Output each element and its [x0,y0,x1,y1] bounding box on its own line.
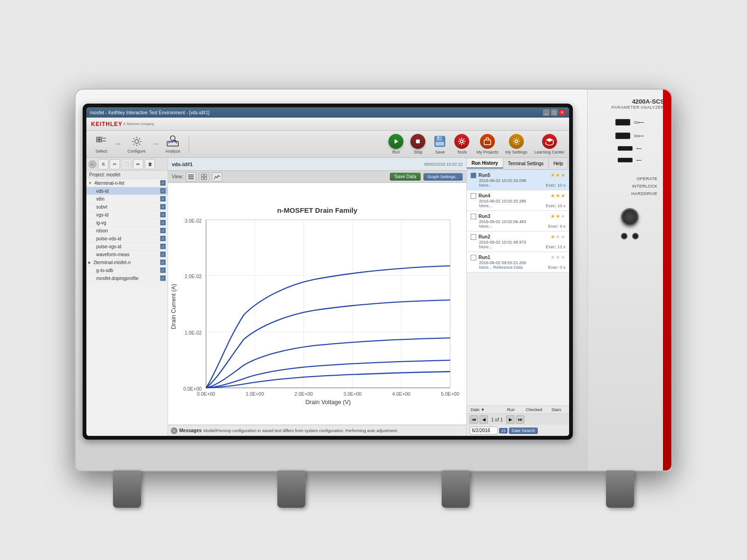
run-more[interactable]: More... [479,183,492,188]
pager-next-button[interactable]: ▶ [506,415,514,424]
graph-settings-button[interactable]: Graph Settings... [423,173,463,181]
tab-terminal-settings[interactable]: Terminal Settings [503,159,549,168]
tree-item[interactable]: rdson ✓ [86,227,168,235]
run-item[interactable]: Run3 ★★★ 2016-06-02 10:02:06.483 More...… [467,211,569,231]
run-item[interactable]: Run2 ★★★ 2016-06-02 10:01:48.973 More...… [467,231,569,252]
learningcenter-button[interactable] [542,134,557,149]
mysettings-tool-item[interactable]: My Settings [505,134,527,154]
tools-tool-item[interactable]: Tools [454,134,469,154]
audio-port-2[interactable] [632,233,639,239]
date-field[interactable] [470,427,498,434]
rename-button[interactable]: ✏ [133,159,143,169]
tree-checkbox[interactable]: ✓ [160,228,166,233]
tree-item[interactable]: ig-vg ✓ [86,219,168,227]
tree-checkbox[interactable]: ✓ [160,180,166,186]
tree-item[interactable]: subvt ✓ [86,203,168,211]
star: ★ [561,172,565,178]
minimize-button[interactable]: _ [543,109,550,116]
tree-checkbox[interactable]: ✓ [160,220,166,225]
view-chart-button[interactable] [212,172,222,182]
instrument-legs [76,470,671,508]
view-grid-button[interactable] [199,172,209,182]
left-toolbar-group: Select → Configure → [91,133,184,155]
run-more[interactable]: More... Reference Data [479,265,523,270]
tree-item[interactable]: vtlin ✓ [86,195,168,203]
copy-button[interactable]: ⎘ [98,159,108,169]
stop-tool-item[interactable]: Stop [410,134,425,154]
close-button[interactable]: ✕ [559,109,565,116]
tree-item[interactable]: vgs-id ✓ [86,211,168,219]
sort-run[interactable]: Run [507,407,521,412]
run-item[interactable]: Run1 ★★★ 2016-06-02 09:55:21.200 More...… [467,252,569,273]
usb3-port-1[interactable] [615,119,630,126]
usb2-port-2[interactable] [618,158,633,162]
select-button[interactable]: Select [91,133,112,155]
analyze-button[interactable]: Analyze [162,133,184,155]
configure-button[interactable]: Configure [124,133,149,155]
back-button[interactable]: ← [88,160,97,168]
tree-item[interactable]: vds-id ✓ [86,187,168,195]
sort-stars[interactable]: Stars [551,407,565,412]
paste-button[interactable]: 📋 [121,159,132,169]
delete-button[interactable]: 🗑 [145,159,155,169]
sort-checked[interactable]: Checked [526,407,547,412]
run-more[interactable]: More... [479,245,492,249]
save-icon[interactable] [432,134,447,149]
usb2-port-1[interactable] [618,146,633,151]
tree-checkbox[interactable]: ✓ [160,267,166,273]
maximize-button[interactable]: □ [551,109,557,116]
run-stars: ★★★ [550,193,565,199]
tree-checkbox[interactable]: ✓ [160,212,166,217]
run-name: Run4 [479,193,548,198]
tree-item[interactable]: pulse-vgs-id ✓ [86,243,168,251]
tree-checkbox[interactable]: ✓ [160,236,166,241]
run-checkbox[interactable] [471,255,476,260]
pager-last-button[interactable]: ⏭ [516,415,524,424]
run-checkbox[interactable] [471,193,476,199]
learningcenter-tool-item[interactable]: Learning Center [534,134,564,154]
tree-item[interactable]: pulse-vds-id ✓ [86,235,168,243]
save-tool-item[interactable]: Save [432,134,447,154]
tree-checkbox[interactable]: ✓ [160,204,166,210]
tree-checkbox[interactable]: ✓ [160,188,166,194]
tree-checkbox[interactable]: ✓ [160,244,166,249]
run-more[interactable]: More... [479,203,492,208]
power-button[interactable] [621,208,639,226]
tree-item[interactable]: waveform-meas ✓ [86,251,168,259]
tab-help[interactable]: Help [549,159,568,168]
run-tool-item[interactable]: Run [388,134,403,154]
run-checkbox[interactable] [471,234,476,240]
run-button[interactable] [388,134,403,149]
sort-date[interactable]: Date ▼ [471,407,502,412]
tree-item[interactable]: ▶ 2terminal-misfet-n ✓ [86,259,168,266]
view-list-button[interactable] [186,172,196,182]
run-more[interactable]: More... [479,224,492,229]
mysettings-button[interactable] [509,134,524,149]
run-date: 2016-06-02 10:01:48.973 [479,240,565,245]
pager-prev-button[interactable]: ◀ [479,415,488,424]
date-search-button[interactable]: Date Search [509,427,538,434]
tree-checkbox[interactable]: ✓ [160,252,166,257]
usb3-port-2[interactable] [615,133,630,139]
usb3-port-1-row: SS⟵ [615,119,644,126]
tree-checkbox[interactable]: ✓ [160,196,166,202]
save-data-button[interactable]: Save Data [390,173,421,181]
tools-button[interactable] [454,134,469,149]
run-checkbox[interactable] [471,214,476,219]
run-item[interactable]: Run4 ★★★ 2016-06-02 10:02:20.286 More...… [467,190,569,211]
tree-item[interactable]: ▼ 4terminal-n-fet ✓ [86,179,168,187]
myprojects-tool-item[interactable]: My Projects [476,134,498,154]
cut-button[interactable]: ✂ [110,159,120,169]
tree-item[interactable]: mosfet-dopingprofile ✓ [86,274,168,282]
pager-first-button[interactable]: ⏮ [470,415,478,424]
tree-item[interactable]: g-to-sdb ✓ [86,266,168,274]
run-item[interactable]: Run5 ★★★ 2016-06-02 10:02:33.098 More...… [467,170,569,190]
myprojects-button[interactable] [480,134,495,149]
run-checkbox[interactable] [471,173,476,178]
tree-checkbox[interactable]: ✓ [160,275,166,281]
tab-run-history[interactable]: Run History [467,159,503,168]
audio-port-1[interactable] [621,233,627,239]
tree-checkbox[interactable]: ✓ [160,259,166,265]
star: ★ [561,254,565,260]
stop-button[interactable] [410,134,425,149]
